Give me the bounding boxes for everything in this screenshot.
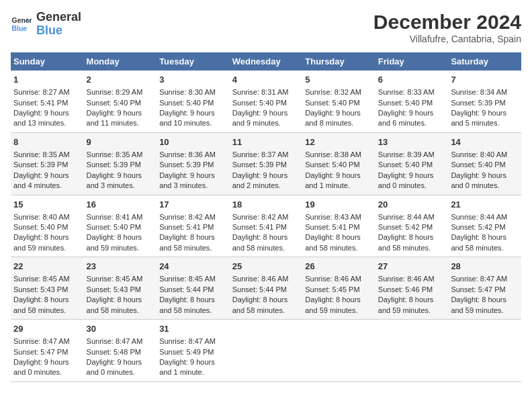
calendar-table: Sunday Monday Tuesday Wednesday Thursday… — [11, 52, 521, 382]
day-number: 24 — [159, 261, 227, 273]
calendar-week-row: 15Sunrise: 8:40 AMSunset: 5:40 PMDayligh… — [11, 195, 521, 257]
calendar-day-cell: 23Sunrise: 8:45 AMSunset: 5:43 PMDayligh… — [84, 257, 157, 320]
day-number: 11 — [232, 136, 300, 148]
calendar-day-cell — [448, 320, 521, 382]
calendar-day-cell: 22Sunrise: 8:45 AMSunset: 5:43 PMDayligh… — [11, 257, 84, 320]
sunset-text: Sunset: 5:43 PM — [13, 285, 68, 293]
sunrise-text: Sunrise: 8:37 AM — [232, 150, 289, 158]
col-sunday: Sunday — [11, 52, 84, 71]
day-number: 6 — [378, 74, 446, 86]
daylight-text: Daylight: 8 hours and 58 minutes. — [87, 295, 142, 314]
daylight-text: Daylight: 8 hours and 58 minutes. — [378, 233, 434, 251]
daylight-text: Daylight: 8 hours and 59 minutes. — [451, 295, 506, 314]
daylight-text: Daylight: 9 hours and 5 minutes. — [451, 109, 506, 127]
svg-text:Blue: Blue — [12, 24, 28, 32]
day-number: 17 — [159, 199, 227, 211]
sunrise-text: Sunrise: 8:46 AM — [305, 275, 361, 283]
day-number: 27 — [378, 261, 446, 273]
calendar-day-cell: 16Sunrise: 8:41 AMSunset: 5:40 PMDayligh… — [84, 195, 157, 257]
day-number: 31 — [159, 323, 227, 335]
sunset-text: Sunset: 5:40 PM — [378, 99, 433, 107]
day-number: 22 — [13, 261, 81, 273]
main-title: December 2024 — [373, 11, 521, 34]
sunset-text: Sunset: 5:44 PM — [159, 285, 214, 293]
sunrise-text: Sunrise: 8:45 AM — [87, 275, 143, 283]
daylight-text: Daylight: 9 hours and 11 minutes. — [87, 109, 142, 127]
sunset-text: Sunset: 5:40 PM — [305, 161, 359, 169]
sunrise-text: Sunrise: 8:33 AM — [378, 88, 435, 96]
col-friday: Friday — [375, 52, 449, 71]
calendar-day-cell: 21Sunrise: 8:44 AMSunset: 5:42 PMDayligh… — [448, 195, 521, 257]
calendar-day-cell: 19Sunrise: 8:43 AMSunset: 5:41 PMDayligh… — [302, 195, 375, 257]
sunset-text: Sunset: 5:46 PM — [378, 285, 433, 293]
sunrise-text: Sunrise: 8:36 AM — [159, 150, 216, 158]
col-saturday: Saturday — [448, 52, 521, 71]
sunrise-text: Sunrise: 8:41 AM — [87, 213, 143, 221]
calendar-day-cell: 9Sunrise: 8:35 AMSunset: 5:39 PMDaylight… — [84, 132, 157, 195]
day-number: 16 — [87, 199, 154, 211]
daylight-text: Daylight: 9 hours and 10 minutes. — [159, 109, 215, 127]
col-wednesday: Wednesday — [230, 52, 303, 71]
calendar-day-cell: 29Sunrise: 8:47 AMSunset: 5:47 PMDayligh… — [11, 320, 84, 382]
calendar-day-cell: 27Sunrise: 8:46 AMSunset: 5:46 PMDayligh… — [375, 257, 449, 320]
sunset-text: Sunset: 5:41 PM — [232, 223, 287, 231]
sunrise-text: Sunrise: 8:47 AM — [451, 275, 507, 283]
sunrise-text: Sunrise: 8:38 AM — [305, 150, 361, 158]
day-number: 9 — [87, 136, 154, 148]
logo-text: General Blue — [36, 11, 81, 38]
daylight-text: Daylight: 9 hours and 0 minutes. — [378, 171, 434, 189]
calendar-day-cell: 12Sunrise: 8:38 AMSunset: 5:40 PMDayligh… — [302, 132, 375, 195]
sunset-text: Sunset: 5:40 PM — [378, 161, 433, 169]
day-number: 14 — [451, 136, 519, 148]
daylight-text: Daylight: 9 hours and 3 minutes. — [159, 171, 215, 189]
sunset-text: Sunset: 5:41 PM — [159, 223, 214, 231]
daylight-text: Daylight: 9 hours and 3 minutes. — [87, 171, 142, 189]
calendar-week-row: 29Sunrise: 8:47 AMSunset: 5:47 PMDayligh… — [11, 320, 521, 382]
header-row: Sunday Monday Tuesday Wednesday Thursday… — [11, 52, 521, 71]
daylight-text: Daylight: 8 hours and 59 minutes. — [13, 233, 69, 251]
calendar-day-cell: 11Sunrise: 8:37 AMSunset: 5:39 PMDayligh… — [230, 132, 303, 195]
daylight-text: Daylight: 9 hours and 1 minute. — [159, 358, 215, 376]
sunset-text: Sunset: 5:40 PM — [87, 223, 141, 231]
sunset-text: Sunset: 5:48 PM — [87, 348, 141, 356]
daylight-text: Daylight: 8 hours and 58 minutes. — [232, 295, 288, 314]
sunset-text: Sunset: 5:40 PM — [87, 99, 141, 107]
calendar-day-cell: 8Sunrise: 8:35 AMSunset: 5:39 PMDaylight… — [11, 132, 84, 195]
day-number: 30 — [87, 323, 154, 335]
daylight-text: Daylight: 8 hours and 58 minutes. — [159, 295, 215, 314]
day-number: 1 — [13, 74, 81, 86]
day-number: 26 — [305, 261, 373, 273]
calendar-day-cell — [302, 320, 375, 382]
daylight-text: Daylight: 8 hours and 58 minutes. — [451, 233, 506, 251]
calendar-day-cell: 10Sunrise: 8:36 AMSunset: 5:39 PMDayligh… — [157, 132, 230, 195]
sunset-text: Sunset: 5:41 PM — [305, 223, 359, 231]
daylight-text: Daylight: 8 hours and 58 minutes. — [13, 295, 69, 314]
sunset-text: Sunset: 5:49 PM — [159, 348, 214, 356]
sunrise-text: Sunrise: 8:47 AM — [13, 337, 70, 345]
day-number: 23 — [87, 261, 154, 273]
day-number: 7 — [451, 74, 519, 86]
calendar-day-cell: 7Sunrise: 8:34 AMSunset: 5:39 PMDaylight… — [448, 71, 521, 132]
sunrise-text: Sunrise: 8:39 AM — [378, 150, 435, 158]
calendar-day-cell: 20Sunrise: 8:44 AMSunset: 5:42 PMDayligh… — [375, 195, 449, 257]
sunrise-text: Sunrise: 8:42 AM — [159, 213, 216, 221]
day-number: 2 — [87, 74, 154, 86]
day-number: 21 — [451, 199, 519, 211]
calendar-header: Sunday Monday Tuesday Wednesday Thursday… — [11, 52, 521, 71]
day-number: 5 — [305, 74, 373, 86]
daylight-text: Daylight: 9 hours and 9 minutes. — [232, 109, 288, 127]
sunrise-text: Sunrise: 8:45 AM — [13, 275, 70, 283]
sunrise-text: Sunrise: 8:31 AM — [232, 88, 289, 96]
daylight-text: Daylight: 8 hours and 59 minutes. — [378, 295, 434, 314]
calendar-day-cell: 26Sunrise: 8:46 AMSunset: 5:45 PMDayligh… — [302, 257, 375, 320]
sunrise-text: Sunrise: 8:43 AM — [305, 213, 361, 221]
sunset-text: Sunset: 5:40 PM — [232, 99, 287, 107]
calendar-day-cell: 13Sunrise: 8:39 AMSunset: 5:40 PMDayligh… — [375, 132, 449, 195]
calendar-day-cell: 30Sunrise: 8:47 AMSunset: 5:48 PMDayligh… — [84, 320, 157, 382]
sunrise-text: Sunrise: 8:42 AM — [232, 213, 289, 221]
calendar-week-row: 8Sunrise: 8:35 AMSunset: 5:39 PMDaylight… — [11, 132, 521, 195]
day-number: 3 — [159, 74, 227, 86]
calendar-day-cell — [375, 320, 449, 382]
day-number: 8 — [13, 136, 81, 148]
calendar-day-cell: 6Sunrise: 8:33 AMSunset: 5:40 PMDaylight… — [375, 71, 449, 132]
